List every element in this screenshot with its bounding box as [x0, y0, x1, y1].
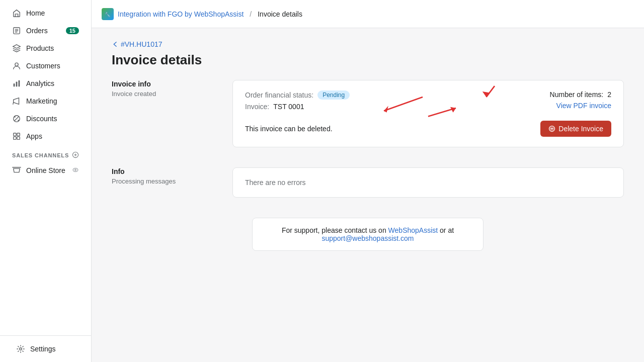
online-store-icon [12, 166, 21, 175]
svg-rect-7 [14, 133, 16, 136]
svg-point-14 [20, 348, 22, 350]
invoice-top-row: Order financial status: Pending Invoice:… [245, 90, 611, 111]
support-text-middle: or at [440, 226, 454, 234]
sidebar-item-discounts-label: Discounts [26, 115, 57, 123]
main-content: 🔧 Integration with FGO by WebShopAssist … [92, 0, 644, 362]
home-icon [12, 9, 21, 18]
invoice-info-content: Order financial status: Pending Invoice:… [232, 80, 624, 157]
delete-button-label: Delete Invoice [558, 125, 603, 133]
sidebar-item-customers-label: Customers [26, 62, 60, 70]
svg-point-12 [73, 168, 78, 171]
invoice-card-inner: Order financial status: Pending Invoice:… [233, 80, 623, 147]
svg-rect-10 [17, 137, 20, 139]
sidebar-nav: Home Orders 15 Products Customers [0, 0, 91, 335]
invoice-number: TST 0001 [273, 103, 304, 111]
sidebar: Home Orders 15 Products Customers [0, 0, 92, 362]
no-errors-text: There are no errors [245, 178, 306, 187]
svg-rect-9 [14, 137, 16, 139]
topbar: 🔧 Integration with FGO by WebShopAssist … [92, 0, 644, 28]
status-badge: Pending [317, 90, 350, 100]
back-link-text: #VH.HU1017 [121, 40, 163, 48]
page-title: Invoice details [112, 52, 624, 68]
info-label-col: Info Processing messages [112, 167, 212, 208]
invoice-number-row: Invoice: TST 0001 [245, 103, 350, 111]
sidebar-item-marketing[interactable]: Marketing [4, 93, 87, 110]
sidebar-item-marketing-label: Marketing [26, 97, 57, 105]
svg-text:🔧: 🔧 [105, 11, 111, 17]
num-items-label: Number of items: [550, 90, 604, 99]
invoice-info-section: Invoice info Invoice created Order finan… [112, 80, 624, 157]
invoice-right-col: Number of items: 2 View PDF invoice [550, 90, 611, 110]
sidebar-item-online-store[interactable]: Online Store [4, 162, 87, 179]
online-store-eye-icon[interactable] [72, 166, 79, 175]
info-card-inner: There are no errors [233, 168, 623, 197]
invoice-details: Order financial status: Pending Invoice:… [245, 90, 611, 137]
orders-badge: 15 [66, 27, 79, 34]
svg-point-13 [75, 169, 76, 170]
svg-rect-4 [19, 80, 20, 87]
invoice-info-label-col: Invoice info Invoice created [112, 80, 212, 157]
breadcrumb-current: Invoice details [258, 10, 302, 18]
orders-icon [12, 26, 21, 35]
invoice-info-title: Invoice info [112, 80, 212, 88]
apps-icon [12, 132, 21, 141]
sidebar-item-online-store-label: Online Store [26, 166, 65, 174]
sidebar-item-orders-label: Orders [26, 27, 48, 35]
analytics-icon [12, 79, 21, 88]
sidebar-item-apps[interactable]: Apps [4, 128, 87, 145]
back-arrow-icon [112, 41, 119, 48]
products-icon [12, 44, 21, 53]
order-status-label: Order financial status: [245, 91, 313, 99]
support-email-link[interactable]: support@webshopassist.com [321, 234, 414, 242]
support-text-before: For support, please contact us on [282, 226, 386, 234]
sidebar-item-home-label: Home [26, 9, 45, 17]
svg-rect-2 [14, 83, 15, 86]
sidebar-item-products[interactable]: Products [4, 40, 87, 57]
sales-channels-label: SALES CHANNELS [12, 152, 69, 158]
delete-icon [548, 125, 555, 132]
info-section-title: Info [112, 167, 212, 175]
svg-point-1 [15, 63, 18, 66]
sidebar-item-orders[interactable]: Orders 15 [4, 22, 87, 39]
svg-rect-8 [17, 133, 20, 136]
info-section: Info Processing messages There are no er… [112, 167, 624, 208]
num-items-value: 2 [607, 90, 611, 99]
breadcrumb-separator: / [250, 10, 252, 18]
discounts-icon [12, 114, 21, 123]
info-card: There are no errors [232, 167, 624, 198]
app-icon: 🔧 [102, 8, 114, 20]
support-footer: For support, please contact us on WebSho… [252, 218, 484, 251]
sales-channels-header: SALES CHANNELS [0, 145, 91, 161]
svg-rect-3 [16, 81, 18, 86]
invoice-info-subtitle: Invoice created [112, 90, 212, 98]
info-section-subtitle: Processing messages [112, 177, 212, 185]
sidebar-item-settings[interactable]: Settings [8, 340, 83, 357]
sidebar-item-analytics-label: Analytics [26, 79, 54, 87]
order-status-row: Order financial status: Pending [245, 90, 350, 100]
sidebar-item-apps-label: Apps [26, 132, 42, 140]
sidebar-item-home[interactable]: Home [4, 5, 87, 22]
webshopassist-link[interactable]: WebShopAssist [388, 226, 438, 234]
delete-invoice-button[interactable]: Delete Invoice [540, 121, 611, 137]
view-pdf-link[interactable]: View PDF invoice [556, 102, 611, 110]
invoice-label: Invoice: [245, 103, 269, 111]
marketing-icon [12, 97, 21, 106]
invoice-left-col: Order financial status: Pending Invoice:… [245, 90, 350, 111]
sidebar-bottom: Settings [0, 335, 91, 362]
sidebar-item-analytics[interactable]: Analytics [4, 75, 87, 92]
sidebar-item-customers[interactable]: Customers [4, 57, 87, 74]
customers-icon [12, 61, 21, 70]
settings-icon [16, 344, 25, 353]
breadcrumb-app-link[interactable]: Integration with FGO by WebShopAssist [118, 10, 244, 18]
sidebar-item-settings-label: Settings [30, 345, 56, 353]
num-items-row: Number of items: 2 [550, 90, 611, 99]
content-area: #VH.HU1017 Invoice details Invoice info … [92, 28, 644, 362]
deletable-note: This invoice can be deleted. [245, 125, 333, 133]
sidebar-item-products-label: Products [26, 44, 54, 52]
info-content: There are no errors [232, 167, 624, 208]
invoice-bottom-row: This invoice can be deleted. Delete Invo… [245, 121, 611, 137]
sidebar-item-discounts[interactable]: Discounts [4, 110, 87, 127]
add-sales-channel-icon[interactable] [72, 151, 79, 159]
back-link[interactable]: #VH.HU1017 [112, 40, 624, 48]
invoice-info-card: Order financial status: Pending Invoice:… [232, 80, 624, 147]
